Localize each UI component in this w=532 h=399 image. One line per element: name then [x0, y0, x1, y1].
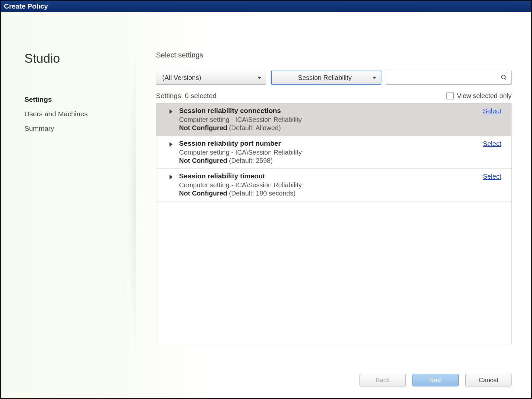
- main-panel: Select settings (All Versions) Session R…: [136, 12, 531, 398]
- expand-icon[interactable]: [170, 142, 172, 147]
- select-link[interactable]: Select: [483, 140, 501, 148]
- setting-title: Session reliability connections: [179, 107, 476, 115]
- sidebar-divider: [126, 42, 136, 359]
- brand-title: Studio: [24, 52, 136, 66]
- search-input[interactable]: [391, 74, 501, 82]
- step-label: Settings: [24, 95, 52, 103]
- versions-dropdown-label: (All Versions): [162, 74, 201, 82]
- setting-row[interactable]: Session reliability port number Computer…: [156, 136, 511, 169]
- step-label: Users and Machines: [24, 110, 88, 118]
- setting-row[interactable]: Session reliability connections Computer…: [156, 103, 511, 136]
- window-body: Studio Settings Users and Machines Summa…: [1, 12, 531, 398]
- expand-icon[interactable]: [170, 175, 172, 179]
- next-button[interactable]: Next: [412, 374, 459, 386]
- setting-title: Session reliability port number: [179, 139, 476, 147]
- svg-point-0: [502, 75, 506, 79]
- filter-row: (All Versions) Session Reliability: [156, 71, 512, 85]
- wizard-footer: Back Next Cancel: [360, 374, 512, 386]
- setting-desc: Computer setting - ICA\Session Reliabili…: [179, 116, 476, 124]
- category-dropdown[interactable]: Session Reliability: [271, 71, 381, 85]
- view-selected-checkbox[interactable]: [446, 92, 454, 99]
- settings-list[interactable]: Session reliability connections Computer…: [156, 103, 512, 344]
- setting-body: Session reliability timeout Computer set…: [179, 172, 476, 197]
- wizard-steps: Settings Users and Machines Summary: [24, 92, 136, 136]
- setting-desc: Computer setting - ICA\Session Reliabili…: [179, 181, 476, 189]
- step-label: Summary: [24, 125, 54, 132]
- step-summary[interactable]: Summary: [24, 121, 136, 136]
- settings-count-label: Settings: 0 selected: [156, 92, 216, 100]
- step-users-machines[interactable]: Users and Machines: [24, 107, 136, 121]
- back-button[interactable]: Back: [360, 374, 406, 386]
- setting-body: Session reliability connections Computer…: [179, 107, 476, 132]
- setting-title: Session reliability timeout: [179, 172, 476, 180]
- window-title: Create Policy: [4, 2, 48, 10]
- cancel-button[interactable]: Cancel: [465, 374, 512, 386]
- setting-status: Not Configured (Default: 180 seconds): [179, 190, 476, 197]
- versions-dropdown[interactable]: (All Versions): [156, 71, 266, 85]
- view-selected-label: View selected only: [457, 92, 512, 100]
- step-settings[interactable]: Settings: [24, 92, 136, 107]
- category-dropdown-label: Session Reliability: [277, 74, 372, 82]
- select-link[interactable]: Select: [483, 173, 501, 180]
- setting-status: Not Configured (Default: 2598): [179, 157, 476, 164]
- select-link[interactable]: Select: [483, 107, 501, 115]
- sidebar: Studio Settings Users and Machines Summa…: [1, 12, 136, 398]
- svg-line-1: [505, 79, 507, 80]
- search-box[interactable]: [386, 71, 512, 85]
- page-title: Select settings: [156, 51, 512, 59]
- setting-desc: Computer setting - ICA\Session Reliabili…: [179, 149, 476, 156]
- search-icon: [501, 74, 507, 81]
- expand-icon[interactable]: [170, 109, 172, 114]
- setting-body: Session reliability port number Computer…: [179, 139, 476, 164]
- titlebar: Create Policy: [1, 1, 531, 12]
- chevron-down-icon: [372, 77, 376, 79]
- view-selected-only[interactable]: View selected only: [446, 92, 512, 100]
- chevron-down-icon: [257, 77, 261, 79]
- setting-status: Not Configured (Default: Allowed): [179, 124, 476, 132]
- settings-bar: Settings: 0 selected View selected only: [156, 92, 512, 100]
- create-policy-window: Create Policy Studio Settings Users and …: [0, 0, 532, 399]
- setting-row[interactable]: Session reliability timeout Computer set…: [156, 169, 511, 201]
